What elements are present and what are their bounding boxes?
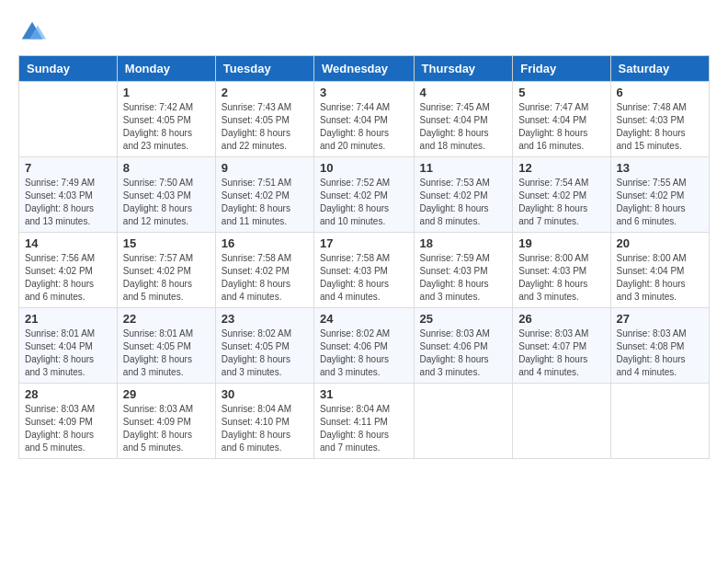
day-info: Sunrise: 8:03 AM Sunset: 4:09 PM Dayligh… [25, 403, 111, 454]
day-number: 2 [222, 86, 308, 99]
calendar-cell: 29Sunrise: 8:03 AM Sunset: 4:09 PM Dayli… [117, 384, 215, 459]
logo [18, 18, 51, 46]
day-of-week-header: Monday [117, 56, 215, 82]
calendar-cell: 11Sunrise: 7:53 AM Sunset: 4:02 PM Dayli… [414, 157, 513, 233]
day-info: Sunrise: 8:00 AM Sunset: 4:03 PM Dayligh… [518, 252, 604, 304]
day-info: Sunrise: 7:43 AM Sunset: 4:05 PM Dayligh… [222, 101, 308, 153]
day-number: 25 [420, 312, 507, 326]
calendar-cell: 22Sunrise: 8:01 AM Sunset: 4:05 PM Dayli… [117, 308, 215, 384]
day-number: 9 [222, 161, 308, 175]
calendar-cell: 18Sunrise: 7:59 AM Sunset: 4:03 PM Dayli… [414, 233, 513, 308]
calendar-cell: 4Sunrise: 7:45 AM Sunset: 4:04 PM Daylig… [414, 82, 513, 157]
day-info: Sunrise: 7:49 AM Sunset: 4:03 PM Dayligh… [25, 177, 111, 228]
day-info: Sunrise: 8:03 AM Sunset: 4:09 PM Dayligh… [123, 403, 210, 454]
day-number: 5 [518, 86, 604, 99]
day-of-week-header: Sunday [19, 56, 118, 82]
day-info: Sunrise: 7:51 AM Sunset: 4:02 PM Dayligh… [222, 177, 308, 228]
day-of-week-header: Tuesday [215, 56, 313, 82]
day-number: 26 [518, 312, 604, 326]
day-number: 13 [617, 161, 703, 175]
day-info: Sunrise: 8:03 AM Sunset: 4:08 PM Dayligh… [617, 327, 703, 379]
calendar-cell: 21Sunrise: 8:01 AM Sunset: 4:04 PM Dayli… [19, 308, 118, 384]
calendar-cell: 19Sunrise: 8:00 AM Sunset: 4:03 PM Dayli… [513, 233, 610, 308]
calendar-cell: 8Sunrise: 7:50 AM Sunset: 4:03 PM Daylig… [117, 157, 215, 233]
day-info: Sunrise: 7:48 AM Sunset: 4:03 PM Dayligh… [617, 101, 703, 153]
day-info: Sunrise: 7:54 AM Sunset: 4:02 PM Dayligh… [518, 177, 604, 228]
calendar-cell [513, 384, 610, 459]
day-of-week-header: Thursday [414, 56, 513, 82]
calendar-cell: 14Sunrise: 7:56 AM Sunset: 4:02 PM Dayli… [19, 233, 118, 308]
day-info: Sunrise: 7:42 AM Sunset: 4:05 PM Dayligh… [123, 101, 210, 153]
day-info: Sunrise: 7:58 AM Sunset: 4:02 PM Dayligh… [222, 252, 308, 304]
calendar-cell: 16Sunrise: 7:58 AM Sunset: 4:02 PM Dayli… [215, 233, 313, 308]
calendar-cell: 20Sunrise: 8:00 AM Sunset: 4:04 PM Dayli… [610, 233, 709, 308]
day-number: 31 [320, 387, 408, 401]
calendar-cell: 23Sunrise: 8:02 AM Sunset: 4:05 PM Dayli… [215, 308, 313, 384]
day-number: 15 [123, 236, 210, 250]
calendar-week-row: 21Sunrise: 8:01 AM Sunset: 4:04 PM Dayli… [19, 308, 710, 384]
calendar-cell: 17Sunrise: 7:58 AM Sunset: 4:03 PM Dayli… [314, 233, 415, 308]
calendar-cell: 2Sunrise: 7:43 AM Sunset: 4:05 PM Daylig… [215, 82, 313, 157]
day-number: 7 [25, 161, 111, 175]
calendar-cell: 27Sunrise: 8:03 AM Sunset: 4:08 PM Dayli… [610, 308, 709, 384]
calendar-week-row: 1Sunrise: 7:42 AM Sunset: 4:05 PM Daylig… [19, 82, 710, 157]
calendar-cell [414, 384, 513, 459]
calendar-cell: 3Sunrise: 7:44 AM Sunset: 4:04 PM Daylig… [314, 82, 415, 157]
day-info: Sunrise: 7:50 AM Sunset: 4:03 PM Dayligh… [123, 177, 210, 228]
day-number: 19 [518, 236, 604, 250]
day-info: Sunrise: 7:47 AM Sunset: 4:04 PM Dayligh… [518, 101, 604, 153]
day-info: Sunrise: 7:55 AM Sunset: 4:02 PM Dayligh… [617, 177, 703, 228]
calendar-cell [610, 384, 709, 459]
calendar-header-row: SundayMondayTuesdayWednesdayThursdayFrid… [19, 56, 710, 82]
day-info: Sunrise: 8:03 AM Sunset: 4:06 PM Dayligh… [420, 327, 507, 379]
day-info: Sunrise: 8:04 AM Sunset: 4:11 PM Dayligh… [320, 403, 408, 454]
calendar-cell: 6Sunrise: 7:48 AM Sunset: 4:03 PM Daylig… [610, 82, 709, 157]
calendar-cell [19, 82, 118, 157]
calendar-cell: 31Sunrise: 8:04 AM Sunset: 4:11 PM Dayli… [314, 384, 415, 459]
calendar-cell: 15Sunrise: 7:57 AM Sunset: 4:02 PM Dayli… [117, 233, 215, 308]
calendar-cell: 25Sunrise: 8:03 AM Sunset: 4:06 PM Dayli… [414, 308, 513, 384]
day-info: Sunrise: 8:04 AM Sunset: 4:10 PM Dayligh… [222, 403, 308, 454]
day-number: 4 [420, 86, 507, 99]
day-number: 24 [320, 312, 408, 326]
calendar-cell: 10Sunrise: 7:52 AM Sunset: 4:02 PM Dayli… [314, 157, 415, 233]
calendar-week-row: 7Sunrise: 7:49 AM Sunset: 4:03 PM Daylig… [19, 157, 710, 233]
calendar-table: SundayMondayTuesdayWednesdayThursdayFrid… [18, 55, 710, 459]
day-info: Sunrise: 7:53 AM Sunset: 4:02 PM Dayligh… [420, 177, 507, 228]
day-info: Sunrise: 7:59 AM Sunset: 4:03 PM Dayligh… [420, 252, 507, 304]
calendar-week-row: 28Sunrise: 8:03 AM Sunset: 4:09 PM Dayli… [19, 384, 710, 459]
day-number: 27 [617, 312, 703, 326]
day-info: Sunrise: 7:45 AM Sunset: 4:04 PM Dayligh… [420, 101, 507, 153]
day-number: 29 [123, 387, 210, 401]
day-number: 11 [420, 161, 507, 175]
day-info: Sunrise: 8:01 AM Sunset: 4:05 PM Dayligh… [123, 327, 210, 379]
calendar-cell: 30Sunrise: 8:04 AM Sunset: 4:10 PM Dayli… [215, 384, 313, 459]
day-info: Sunrise: 8:00 AM Sunset: 4:04 PM Dayligh… [617, 252, 703, 304]
day-number: 30 [222, 387, 308, 401]
day-info: Sunrise: 7:44 AM Sunset: 4:04 PM Dayligh… [320, 101, 408, 153]
day-number: 1 [123, 86, 210, 99]
calendar-cell: 13Sunrise: 7:55 AM Sunset: 4:02 PM Dayli… [610, 157, 709, 233]
day-number: 28 [25, 387, 111, 401]
calendar-cell: 1Sunrise: 7:42 AM Sunset: 4:05 PM Daylig… [117, 82, 215, 157]
day-info: Sunrise: 7:58 AM Sunset: 4:03 PM Dayligh… [320, 252, 408, 304]
day-info: Sunrise: 7:57 AM Sunset: 4:02 PM Dayligh… [123, 252, 210, 304]
day-number: 16 [222, 236, 308, 250]
day-info: Sunrise: 7:52 AM Sunset: 4:02 PM Dayligh… [320, 177, 408, 228]
calendar-cell: 7Sunrise: 7:49 AM Sunset: 4:03 PM Daylig… [19, 157, 118, 233]
day-info: Sunrise: 8:02 AM Sunset: 4:05 PM Dayligh… [222, 327, 308, 379]
day-of-week-header: Wednesday [314, 56, 415, 82]
day-number: 21 [25, 312, 111, 326]
day-number: 17 [320, 236, 408, 250]
day-info: Sunrise: 8:02 AM Sunset: 4:06 PM Dayligh… [320, 327, 408, 379]
day-number: 3 [320, 86, 408, 99]
page-header [18, 18, 710, 46]
calendar-cell: 24Sunrise: 8:02 AM Sunset: 4:06 PM Dayli… [314, 308, 415, 384]
calendar-week-row: 14Sunrise: 7:56 AM Sunset: 4:02 PM Dayli… [19, 233, 710, 308]
day-number: 12 [518, 161, 604, 175]
day-of-week-header: Saturday [610, 56, 709, 82]
day-number: 22 [123, 312, 210, 326]
day-number: 23 [222, 312, 308, 326]
calendar-cell: 28Sunrise: 8:03 AM Sunset: 4:09 PM Dayli… [19, 384, 118, 459]
calendar-cell: 9Sunrise: 7:51 AM Sunset: 4:02 PM Daylig… [215, 157, 313, 233]
